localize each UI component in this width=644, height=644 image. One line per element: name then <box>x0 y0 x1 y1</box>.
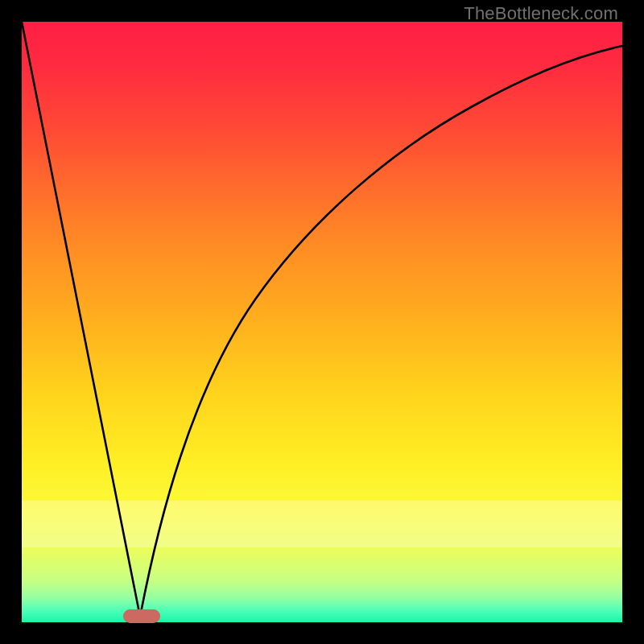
bottleneck-curve-left <box>22 22 140 617</box>
bottleneck-curve-right <box>140 46 622 617</box>
curve-layer <box>22 22 622 622</box>
attribution-text: TheBottleneck.com <box>464 3 618 24</box>
optimal-marker <box>123 609 160 623</box>
plot-frame <box>22 22 622 622</box>
